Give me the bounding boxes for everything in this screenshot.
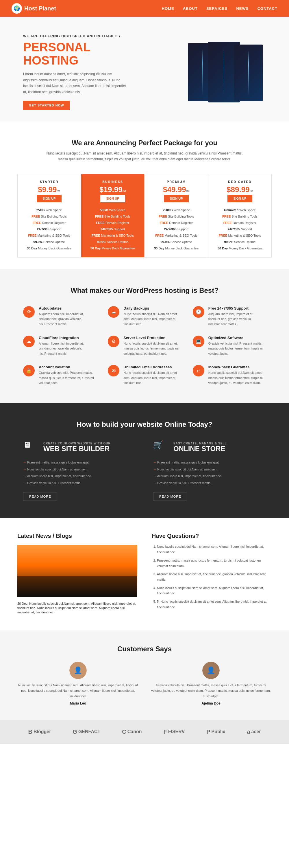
build-item: 🖥 Create your own website with our WEB S… — [23, 440, 136, 501]
feature-item: 🔒 Account Isolation Gravida vehicula nis… — [23, 365, 96, 386]
package-price: $19.99/M — [86, 185, 140, 194]
build-feature: Nunc iaculis suscipit dui.Nam sit amet s… — [153, 466, 266, 473]
faq-item: Nunc iaculis suscipit dui.Nam sit amet s… — [157, 544, 272, 555]
faq-title: Have Questions? — [152, 533, 272, 539]
brand-name: FISERV — [168, 729, 185, 734]
hero-image — [145, 40, 266, 104]
feature-desc: Gravida vehicula nisl. Praesent mattis, … — [208, 341, 266, 356]
server-box-3 — [234, 44, 263, 101]
package-card-premium: PREMIUM $49.99/M SIGN UP 250GB Web Space… — [145, 174, 208, 257]
build-icon: 🖥 — [23, 440, 38, 455]
feature-desc: Aliquam libero nisi, imperdiet at, tinci… — [39, 312, 96, 327]
nav-item-contact[interactable]: CONTACT — [257, 6, 278, 11]
signup-button[interactable]: SIGN UP — [100, 195, 125, 202]
brand-icon: a — [247, 728, 250, 735]
news-section: Latest News / Blogs 26 Dec. Nunc iaculis… — [0, 518, 289, 630]
package-price: $49.99/M — [149, 185, 203, 194]
build-item-header: 🖥 Create your own website with our WEB S… — [23, 440, 136, 455]
feature-title: Server Level Protection — [123, 336, 181, 340]
faq-item: Nunc iaculis suscipit dui.Nam sit amet s… — [157, 585, 272, 596]
main-nav: HOMEABOUTSERVICESNEWSCONTACT — [162, 6, 278, 11]
brand-name: Publix — [212, 729, 225, 734]
testimonial-text: Nunc iaculis suscipit dui.Nam sit amet s… — [17, 683, 139, 699]
hero-title: PERSONAL HOSTING — [23, 40, 145, 67]
feature-item: ⟳ Autoupdates Aliquam libero nisi, imper… — [23, 306, 96, 327]
features-grid: ⟳ Autoupdates Aliquam libero nisi, imper… — [23, 306, 266, 386]
feature-item: ☁ CloudFlare Integration Aliquam libero … — [23, 336, 96, 356]
news-left: Latest News / Blogs 26 Dec. Nunc iaculis… — [17, 533, 137, 616]
nav-item-services[interactable]: SERVICES — [206, 6, 228, 11]
feature-item: 30 Day Money Back Guarantee — [86, 245, 140, 251]
feature-item: 250GB Web Space — [149, 207, 203, 213]
faq-list: Nunc iaculis suscipit dui.Nam sit amet s… — [152, 544, 272, 610]
feature-item: 99.9% Service Uptime — [149, 239, 203, 245]
package-features: 50GB Web SpaceFREE Site Building ToolsFR… — [86, 207, 140, 251]
testimonials-title: Customers Says — [17, 645, 272, 653]
news-title: Latest News / Blogs — [17, 533, 137, 539]
feature-icon: 🕐 — [193, 306, 204, 318]
build-feature: Gravida vehicula nisl. Praesent mattis. — [153, 480, 266, 487]
feature-title: Account Isolation — [39, 365, 96, 369]
build-feature: Aliquam libero nisi, imperdiet at, tinci… — [23, 473, 136, 480]
build-feature: Praesent mattis, massa quis luctus ernia… — [23, 459, 136, 466]
build-item: 🛒 Easy Create, Manage & Sell. ONLINE STO… — [153, 440, 266, 501]
news-image-overlay — [17, 576, 137, 597]
brand-name: acer — [251, 729, 261, 734]
feature-item: FREE Domain Register — [213, 220, 267, 226]
signup-button[interactable]: SIGN UP — [227, 195, 252, 202]
build-list: Praesent mattis, massa quis luctus ernia… — [153, 459, 266, 486]
package-name: DEDICATED — [213, 180, 267, 183]
packages-title: We are Announcing Perfect Package for yo… — [17, 139, 272, 147]
logo[interactable]: 🌍 Host Planet — [11, 3, 56, 13]
nav-item-about[interactable]: ABOUT — [183, 6, 198, 11]
signup-button[interactable]: SIGN UP — [164, 195, 188, 202]
feature-item: 24/7/365 Support — [149, 226, 203, 232]
nav-item-home[interactable]: HOME — [162, 6, 174, 11]
logo-text: Host Planet — [24, 5, 56, 12]
feature-title: CloudFlare Integration — [39, 336, 96, 340]
feature-item: FREE Marketing & SEO Tools — [22, 232, 76, 239]
feature-content: Autoupdates Aliquam libero nisi, imperdi… — [39, 306, 96, 327]
brand-logo-blogger: BBlogger — [28, 728, 51, 735]
brand-logo-acer: aacer — [247, 728, 261, 735]
avatar-image: 👤 — [69, 662, 87, 679]
feature-content: Free 24×7/365 Support Aliquam libero nis… — [208, 306, 266, 327]
brand-icon: F — [163, 728, 167, 735]
feature-content: Server Level Protection Nunc iaculis sus… — [123, 336, 181, 356]
hero-cta-button[interactable]: GET STARTED NOW — [23, 101, 70, 110]
nav-item-news[interactable]: NEWS — [236, 6, 249, 11]
testimonials-section: Customers Says 👤 Nunc iaculis suscipit d… — [0, 630, 289, 720]
brand-logo-publix: PPublix — [206, 728, 225, 735]
wp-title: What makes our WordPress hosting is Best… — [23, 286, 266, 294]
brand-icon: C — [122, 728, 126, 735]
feature-icon: ☁ — [108, 306, 119, 318]
build-feature: Aliquam libero nisi, imperdiet at, tinci… — [153, 473, 266, 480]
feature-item: FREE Site Building Tools — [86, 213, 140, 220]
feature-desc: Nunc iaculis suscipit dui.Nam sit amet, … — [123, 341, 181, 356]
feature-title: Autoupdates — [39, 306, 96, 310]
read-more-button[interactable]: READ MORE — [23, 492, 57, 501]
build-feature: Nunc iaculis suscipit dui.Nam sit amet s… — [23, 466, 136, 473]
feature-item: 🕐 Free 24×7/365 Support Aliquam libero n… — [193, 306, 266, 327]
feature-item: ☁ Daily Backups Nunc iaculis suscipit du… — [108, 306, 181, 327]
feature-item: 30 Day Money Back Guarantee — [149, 245, 203, 251]
feature-item: 24/7/365 Support — [86, 226, 140, 232]
testimonials-grid: 👤 Nunc iaculis suscipit dui.Nam sit amet… — [17, 662, 272, 705]
testimonial-text: Gravida vehicula nisl. Praesent mattis, … — [150, 683, 272, 699]
signup-button[interactable]: SIGN UP — [37, 195, 61, 202]
feature-item: FREE Site Building Tools — [22, 213, 76, 220]
read-more-button[interactable]: READ MORE — [153, 492, 187, 501]
faq-item: 5. Nunc iaculis suscipit dui.Nam sit ame… — [157, 599, 272, 610]
hero-section: WE ARE OFFERING HIGH SPEED AND RELIABILI… — [0, 17, 289, 122]
feature-icon: 🔒 — [23, 365, 35, 376]
feature-item: FREE Site Building Tools — [149, 213, 203, 220]
feature-content: Optimized Software Gravida vehicula nisl… — [208, 336, 266, 356]
feature-content: Unlimited Email Addresses Nunc iaculis s… — [123, 365, 181, 386]
build-feature: Gravida vehicula nisl. Praesent mattis. — [23, 480, 136, 487]
testimonial-item: 👤 Gravida vehicula nisl. Praesent mattis… — [150, 662, 272, 705]
feature-icon: ↩ — [193, 365, 204, 376]
package-period: /M — [186, 189, 190, 193]
feature-title: Optimized Software — [208, 336, 266, 340]
avatar: 👤 — [69, 662, 87, 679]
package-period: /M — [57, 189, 60, 193]
